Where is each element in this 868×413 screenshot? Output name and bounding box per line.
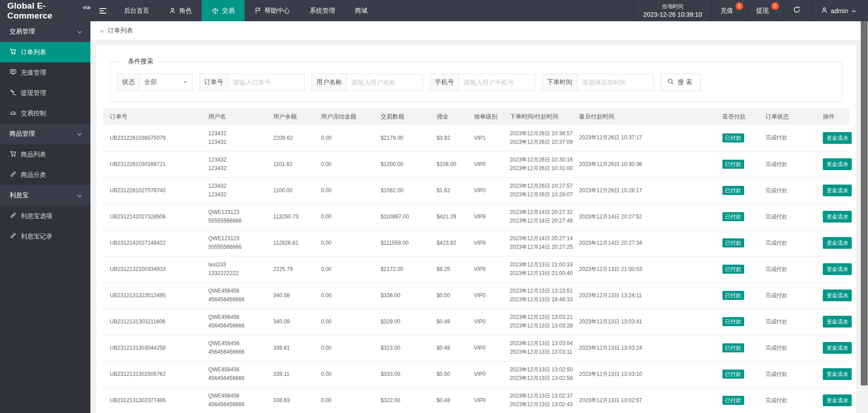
recharge-button[interactable]: 充值 0	[711, 0, 747, 21]
sidebar-group-product-management[interactable]: 商品管理	[0, 123, 90, 144]
cell-order-pay-time: 2023年12月26日 10:36:572023年12月26日 10:37:09	[503, 125, 572, 151]
cell-order-no: UB2312132100334933	[103, 256, 202, 282]
sidebar-item-interest-options[interactable]: 利息宝选项	[0, 206, 90, 226]
cell-amount: $110867.00	[374, 204, 430, 230]
fund-flow-button[interactable]: 资金流水	[823, 368, 852, 380]
nav-item-system[interactable]: 系统管理	[300, 0, 345, 21]
sidebar-item-product-category[interactable]: 商品分类	[0, 165, 90, 185]
cell-order-pay-time: 2023年12月13日 13:02:372023年12月13日 13:02:43	[503, 387, 572, 413]
page-scrollbar-track[interactable]	[860, 21, 868, 413]
table-row: UB2312261036575079 123432123432 2209.62 …	[103, 125, 849, 151]
sidebar-item-trade-control[interactable]: 交易控制	[0, 103, 90, 123]
cell-vip-level: VIP0	[467, 282, 503, 309]
table-row: UB2312131302505762 QWE456456456456456666…	[103, 361, 849, 387]
user-name-input[interactable]	[351, 79, 418, 86]
col-paid-status: 是否付款	[716, 109, 759, 125]
refresh-button[interactable]	[783, 0, 811, 21]
fund-flow-button[interactable]: 资金流水	[823, 342, 852, 354]
cell-balance: 2225.79	[266, 256, 314, 282]
nav-item-label: 角色	[179, 7, 192, 15]
cell-order-no: UB2312131303211606	[103, 309, 202, 335]
cell-balance: 339.11	[266, 361, 314, 387]
withdraw-button[interactable]: 提现 0	[747, 0, 783, 21]
sidebar-group-interest-treasure[interactable]: 利息宝	[0, 185, 90, 206]
page-scrollbar-thumb[interactable]	[861, 21, 868, 385]
order-status-text: 完成付款	[765, 240, 787, 246]
order-status-text: 完成付款	[765, 371, 787, 377]
cell-username: QWE12312355555566666	[202, 230, 267, 256]
cell-commission: $421.29	[430, 204, 467, 230]
nav-item-help-center[interactable]: 帮助中心	[245, 0, 300, 21]
cell-commission: $0.50	[430, 282, 467, 309]
cell-action: 资金流水	[816, 282, 849, 309]
cell-commission: $0.50	[430, 361, 467, 387]
sidebar-item-label: 充值管理	[21, 69, 46, 77]
paid-badge: 已付款	[722, 396, 744, 405]
paid-badge: 已付款	[722, 212, 744, 221]
cell-username: QWE12312355555566666	[202, 204, 267, 230]
sidebar-item-order-list[interactable]: 订单列表	[0, 42, 90, 62]
cell-last-pay-time: 2023年12月13日 13:24:11	[572, 282, 716, 309]
cell-amount: $2179.00	[374, 125, 430, 151]
sidebar-item-label: 利息宝选项	[21, 212, 52, 220]
cell-paid-status: 已付款	[716, 282, 759, 309]
nav-item-label: 商城	[355, 7, 368, 15]
cell-commission: $108.00	[430, 151, 467, 177]
cell-order-status: 完成付款	[759, 282, 816, 309]
cell-username: QWE456456456456456666	[202, 387, 267, 413]
cell-order-status: 完成付款	[759, 387, 816, 413]
col-actions: 操作	[816, 109, 849, 125]
cell-vip-level: VIP0	[467, 361, 503, 387]
status-select[interactable]: 全部	[139, 74, 193, 91]
fund-flow-button[interactable]: 资金流水	[823, 316, 852, 328]
sidebar-item-label: 提现管理	[21, 89, 46, 97]
cell-order-status: 完成付款	[759, 309, 816, 335]
cell-frozen: 0.00	[314, 204, 374, 230]
cell-action: 资金流水	[816, 204, 849, 230]
user-menu[interactable]: admin	[811, 0, 868, 21]
cell-commission: $0.48	[430, 387, 467, 413]
sidebar-item-product-list[interactable]: 商品列表	[0, 144, 90, 165]
sidebar-group-trade-management[interactable]: 交易管理	[0, 21, 90, 42]
cell-order-status: 完成付款	[759, 125, 816, 151]
paid-badge: 已付款	[722, 238, 744, 247]
cell-action: 资金流水	[816, 230, 849, 256]
order-status-text: 完成付款	[765, 161, 787, 167]
fund-flow-button[interactable]: 资金流水	[823, 237, 852, 249]
status-filter: 状态 全部	[117, 74, 193, 91]
cell-last-pay-time: 2023年12月26日 10:37:17	[572, 125, 716, 151]
sidebar-item-recharge-management[interactable]: 充值管理	[0, 62, 90, 83]
cell-balance: 2209.62	[266, 125, 314, 151]
chevron-down-icon	[77, 28, 82, 35]
order-time-input[interactable]	[582, 79, 649, 86]
nav-item-dashboard[interactable]: 后台首页	[114, 0, 159, 21]
cell-action: 资金流水	[816, 151, 849, 177]
phone-input[interactable]	[463, 79, 530, 86]
fund-flow-button[interactable]: 资金流水	[823, 290, 852, 301]
nav-item-roles[interactable]: 角色	[159, 0, 202, 21]
gauge-icon	[9, 109, 17, 118]
fund-flow-button[interactable]: 资金流水	[823, 185, 852, 196]
table-row: UB2312131303211606 QWE456456456456456666…	[103, 309, 849, 335]
cell-vip-level: VIP0	[467, 177, 503, 204]
order-no-input[interactable]	[233, 79, 300, 86]
nav-item-mall[interactable]: 商城	[345, 0, 377, 21]
cell-paid-status: 已付款	[716, 387, 759, 413]
hamburger-menu-icon[interactable]	[90, 0, 114, 21]
phone-filter: 手机号	[430, 74, 535, 91]
local-time-value: 2023-12-26 10:39:10	[643, 10, 702, 19]
sidebar-item-interest-records[interactable]: 利息宝记录	[0, 226, 90, 247]
fund-flow-button[interactable]: 资金流水	[823, 263, 852, 275]
fund-flow-button[interactable]: 资金流水	[823, 132, 852, 144]
fund-flow-button[interactable]: 资金流水	[823, 211, 852, 223]
order-time-label: 下单时间	[542, 74, 577, 91]
user-icon	[821, 7, 828, 15]
sidebar-item-withdraw-management[interactable]: 提现管理	[0, 83, 90, 103]
order-no-filter: 订单号	[199, 74, 305, 91]
fund-flow-button[interactable]: 资金流水	[823, 394, 852, 406]
fund-flow-button[interactable]: 资金流水	[823, 158, 852, 170]
nav-item-trade[interactable]: 交易	[202, 0, 245, 21]
search-button[interactable]: 搜索	[660, 74, 701, 91]
cell-order-status: 完成付款	[759, 256, 816, 282]
cell-vip-level: VIP0	[467, 151, 503, 177]
